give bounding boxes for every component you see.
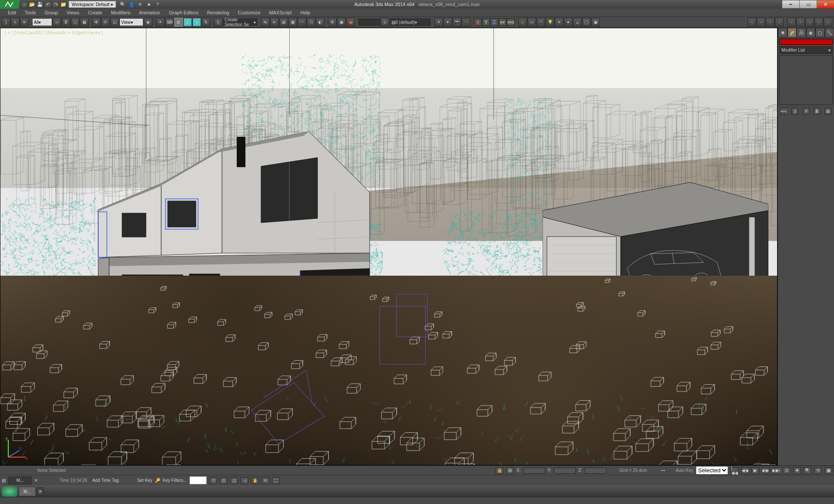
- extra-7-icon[interactable]: ▫: [805, 18, 814, 26]
- select-object-icon[interactable]: ▭: [53, 18, 61, 26]
- axis-x-button[interactable]: X: [474, 18, 482, 26]
- select-scale-icon[interactable]: ◱: [110, 18, 119, 26]
- extra-2-icon[interactable]: ▫: [757, 18, 765, 26]
- undo-icon[interactable]: ↶: [44, 1, 51, 8]
- vray-mesh-icon[interactable]: ◬: [573, 18, 582, 26]
- spacing-tool-icon[interactable]: ⋯: [462, 18, 470, 26]
- next-frame-icon[interactable]: ▶▶: [762, 467, 770, 474]
- new-file-icon[interactable]: ▫: [21, 1, 28, 8]
- signin-icon[interactable]: 👤: [128, 1, 135, 8]
- arc-rotate-icon[interactable]: ⟲: [261, 477, 269, 484]
- key-mode-toggle-icon[interactable]: ⊙: [783, 467, 791, 474]
- close-listener-icon[interactable]: ✕: [34, 478, 41, 483]
- nav-orbit-icon[interactable]: ⟲: [814, 467, 822, 474]
- comm-center-icon[interactable]: ⊶: [661, 468, 665, 473]
- hierarchy-tab-icon[interactable]: 品: [797, 28, 806, 37]
- extra-5-icon[interactable]: ▫: [787, 18, 796, 26]
- minimize-button[interactable]: ━: [782, 0, 799, 8]
- autokey-label[interactable]: Auto Key: [675, 468, 693, 473]
- select-rotate-icon[interactable]: ⟳: [101, 18, 110, 26]
- prev-frame-icon[interactable]: ◀◀: [741, 467, 749, 474]
- absolute-mode-icon[interactable]: ⊞: [506, 467, 514, 474]
- project-folder-icon[interactable]: 📁: [60, 1, 67, 8]
- select-link-icon[interactable]: ⟆: [2, 18, 10, 26]
- time-config-icon[interactable]: ⏱: [209, 477, 217, 484]
- workspace-selector[interactable]: Workspace: Default ▾: [69, 1, 116, 8]
- start-button[interactable]: [2, 486, 17, 497]
- save-file-icon[interactable]: 💾: [36, 1, 43, 8]
- menu-modifiers[interactable]: Modifiers: [106, 9, 135, 16]
- modifier-list-dropdown[interactable]: Modifier List▾: [779, 46, 833, 54]
- menu-animation[interactable]: Animation: [135, 9, 165, 16]
- maximize-button[interactable]: ▭: [799, 0, 817, 8]
- vray-sphere-icon[interactable]: ●: [564, 18, 573, 26]
- vray-proxy-icon[interactable]: ▣: [591, 18, 600, 26]
- extra-4-icon[interactable]: ▫: [775, 18, 784, 26]
- app-menu-button[interactable]: [0, 0, 19, 9]
- frame-spinner[interactable]: [358, 19, 380, 26]
- vray-sun-icon[interactable]: ☀: [555, 18, 563, 26]
- keyfilters-label[interactable]: Key Filters...: [163, 478, 187, 483]
- axis-xyz-button[interactable]: XYZ: [507, 18, 515, 26]
- extra-3-icon[interactable]: ▫: [766, 18, 774, 26]
- material-editor-icon[interactable]: ◐: [316, 18, 324, 26]
- modify-tab-icon[interactable]: 🌈: [788, 28, 797, 37]
- menu-tools[interactable]: Tools: [20, 9, 40, 16]
- rectangular-region-icon[interactable]: ▢: [71, 18, 79, 26]
- mirror-icon[interactable]: ⇋: [261, 18, 270, 26]
- make-unique-icon[interactable]: ∀: [803, 108, 810, 115]
- vray-light-icon[interactable]: ☼: [518, 18, 527, 26]
- current-frame-input[interactable]: [189, 476, 207, 484]
- vray-dome-icon[interactable]: ◠: [536, 18, 545, 26]
- extra-8-icon[interactable]: ▫: [814, 18, 823, 26]
- show-end-result-icon[interactable]: ||: [791, 108, 798, 115]
- close-button[interactable]: ✕: [817, 0, 834, 8]
- nav-max-icon[interactable]: ▣: [824, 467, 832, 474]
- select-by-name-icon[interactable]: ≣: [62, 18, 70, 26]
- select-move-icon[interactable]: ✥: [92, 18, 101, 26]
- set-key-icon[interactable]: 🔑: [155, 478, 160, 483]
- extra-9-icon[interactable]: ▫: [824, 18, 832, 26]
- curve-editor-icon[interactable]: 〰: [298, 18, 306, 26]
- maxscript-mini-icon[interactable]: ▤: [2, 478, 6, 483]
- script-listener-tab[interactable]: M...: [8, 477, 32, 484]
- align-icon[interactable]: ⊫: [270, 18, 279, 26]
- menu-grapheditors[interactable]: Graph Editors: [165, 9, 203, 16]
- isolate-icon[interactable]: ⊙: [381, 18, 389, 26]
- menu-customize[interactable]: Customize: [234, 9, 265, 16]
- x-coord-input[interactable]: [523, 468, 545, 474]
- graphite-ribbon-icon[interactable]: ▦: [288, 18, 297, 26]
- remove-modifier-icon[interactable]: 🗑: [814, 108, 821, 115]
- timetag-label[interactable]: Add Time Tag: [93, 478, 119, 483]
- redo-icon[interactable]: ↷: [52, 1, 59, 8]
- menu-edit[interactable]: Edit: [3, 9, 20, 16]
- extra-6-icon[interactable]: ▫: [796, 18, 805, 26]
- axis-xy-button[interactable]: XY: [499, 18, 506, 26]
- render-production-icon[interactable]: 🫖: [346, 18, 355, 26]
- layer-manager-icon[interactable]: ▤: [279, 18, 288, 26]
- snapshot-icon[interactable]: 📷: [453, 18, 461, 26]
- z-coord-input[interactable]: [585, 468, 606, 474]
- taskbar-3dsmax[interactable]: M...: [19, 487, 36, 496]
- menu-rendering[interactable]: Rendering: [203, 9, 234, 16]
- extra-1-icon[interactable]: ▫: [748, 18, 756, 26]
- selection-filter-combo[interactable]: All ▾: [32, 18, 52, 26]
- percent-snap-icon[interactable]: %: [192, 18, 201, 26]
- rendered-frame-icon[interactable]: ▣: [337, 18, 346, 26]
- axis-z-button[interactable]: Z: [490, 18, 498, 26]
- lock-selection-icon[interactable]: 🔒: [496, 467, 503, 474]
- perspective-viewport[interactable]: [ + ] [VrayCam001 ] [Realistic + Edged F…: [0, 28, 778, 465]
- spinner-snap-icon[interactable]: ⇅: [202, 18, 210, 26]
- zoom-all-icon[interactable]: ◫: [230, 477, 238, 484]
- use-pivot-icon[interactable]: ◉: [144, 18, 152, 26]
- utilities-tab-icon[interactable]: 🔧: [825, 28, 834, 37]
- snaps-toggle-icon[interactable]: ⊞: [174, 18, 183, 26]
- viewport-label[interactable]: [ + ] [VrayCam001 ] [Realistic + Edged F…: [5, 30, 103, 35]
- open-file-icon[interactable]: 📂: [29, 1, 36, 8]
- edit-named-sel-icon[interactable]: {}: [214, 18, 222, 26]
- vray-ies-icon[interactable]: 💡: [546, 18, 554, 26]
- scene-explorer-icon[interactable]: ☀: [434, 18, 443, 26]
- keyboard-shortcut-icon[interactable]: ⌨: [165, 18, 174, 26]
- select-manipulate-icon[interactable]: ✦: [156, 18, 165, 26]
- nav-pan-icon[interactable]: ✥: [793, 467, 801, 474]
